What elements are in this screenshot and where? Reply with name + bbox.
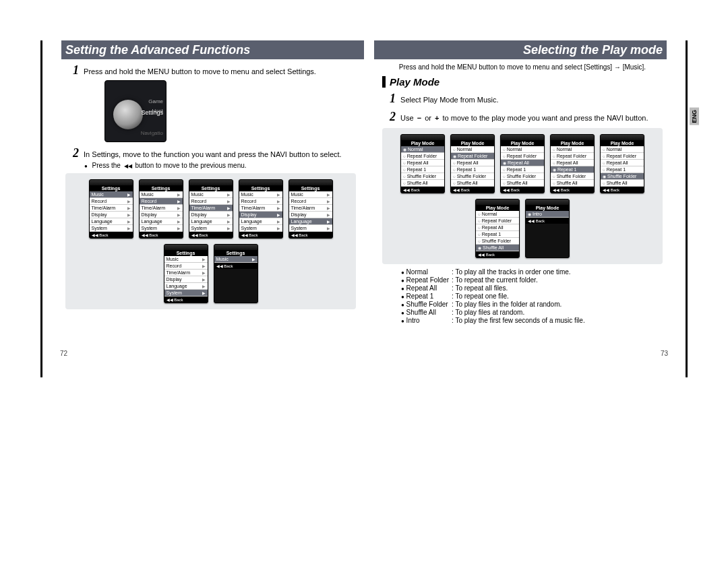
list-item: ○Normal	[551, 146, 594, 153]
list-item: Music▶	[239, 191, 282, 198]
device-screenshot: Play Mode◉Normal○Repeat Folder○Repeat Al…	[400, 134, 445, 193]
list-item: ○Shuffle All	[551, 180, 594, 187]
list-item: ○Shuffle All	[451, 180, 494, 187]
table-row: ● Repeat All: To repeat all files.	[401, 284, 588, 292]
list-item: Music▶	[164, 256, 208, 263]
list-item: Time/Alarm▶	[90, 205, 133, 212]
gear-icon	[113, 100, 143, 129]
device-main-screenshot: Game Host Settings Navigatio	[104, 80, 166, 142]
list-item: ◉Shuffle All	[476, 245, 519, 251]
device-screenshot: SettingsMusic▶Record▶Time/Alarm▶Display▶…	[189, 179, 233, 239]
list-item: System▶	[90, 225, 133, 232]
list-item: System▶	[239, 225, 282, 232]
list-item: ◉Repeat Folder	[451, 153, 494, 160]
list-item: ○Repeat All	[451, 160, 494, 166]
device-screenshot: Play Mode○Normal○Repeat Folder◉Repeat Al…	[500, 134, 545, 193]
list-item: ○Repeat All	[551, 160, 594, 166]
list-item: System▶	[289, 225, 332, 232]
table-row: ● Shuffle All: To play files at random.	[401, 309, 588, 317]
list-item: ○Shuffle Folder	[401, 173, 444, 180]
list-item: ○Repeat Folder	[551, 153, 594, 160]
device-screenshot: Play Mode○Normal○Repeat Folder○Repeat Al…	[600, 134, 644, 193]
device-screenshot: Play Mode○Normal○Repeat Folder○Repeat Al…	[475, 199, 520, 258]
list-item: ○Shuffle All	[601, 180, 644, 187]
right-intro: Press and hold the MENU button to move t…	[374, 63, 671, 71]
list-item: ◉Shuffle Folder	[601, 173, 644, 180]
right-step-2: 2 Use − or + to move to the play mode yo…	[386, 110, 671, 124]
list-item: Language▶	[189, 218, 233, 225]
device-screenshot: Play Mode◉Intro◀◀ Back	[525, 199, 570, 258]
list-item: System▶	[140, 225, 183, 232]
list-item: ○Shuffle Folder	[551, 173, 594, 180]
playmode-screenshots-grid: Play Mode◉Normal○Repeat Folder○Repeat Al…	[382, 128, 663, 264]
play-mode-heading: Play Mode	[382, 76, 671, 88]
list-item: Display▶	[289, 212, 332, 218]
list-item: ○Normal	[451, 146, 494, 153]
play-mode-legend: ● Normal: To play all the tracks in orde…	[401, 268, 588, 325]
list-item: ○Repeat Folder	[601, 153, 644, 160]
list-item: Display▶	[164, 276, 208, 283]
left-title: Setting the Advanced Functions	[57, 40, 364, 59]
list-item: Music▶	[289, 191, 332, 198]
list-item: ○Shuffle Folder	[451, 173, 494, 180]
step-number: 1	[69, 63, 79, 77]
step-2-text-a: Use	[400, 114, 414, 122]
rewind-icon: ◀◀	[124, 163, 132, 169]
left-step-1: 1 Press and hold the MENU button to move…	[69, 63, 364, 77]
list-item: ○Normal	[501, 146, 544, 153]
table-row: ● Repeat Folder: To repeat the current f…	[401, 276, 588, 284]
device-screenshot: SettingsMusic▶Record▶Time/Alarm▶Display▶…	[164, 244, 208, 303]
list-item: Music▶	[214, 256, 257, 263]
list-item: Record▶	[289, 198, 332, 205]
list-item: ○Shuffle Folder	[476, 238, 519, 245]
step-number: 2	[69, 146, 79, 160]
list-item: Display▶	[189, 212, 233, 218]
list-item: Record▶	[90, 198, 133, 205]
left-page: Setting the Advanced Functions 1 Press a…	[40, 40, 364, 377]
big-item: Game	[148, 97, 163, 106]
device-screenshot: SettingsMusic▶Record▶Time/Alarm▶Display▶…	[239, 179, 283, 239]
device-screenshot: Play Mode○Normal◉Repeat Folder○Repeat Al…	[450, 134, 495, 193]
list-item: Time/Alarm▶	[289, 205, 332, 212]
step-number: 1	[386, 92, 396, 106]
list-item: ○Repeat Folder	[476, 218, 519, 224]
step-2-text-c: to move to the play mode you want and pr…	[443, 114, 648, 122]
list-item: ○Repeat Folder	[501, 153, 544, 160]
list-item: System▶	[164, 290, 208, 296]
table-row: ● Intro: To play the first few seconds o…	[401, 317, 588, 325]
language-tab: ENG	[690, 108, 699, 125]
list-item: ○Normal	[601, 146, 644, 153]
list-item: Language▶	[140, 218, 183, 225]
list-item: ◉Intro	[526, 211, 569, 218]
list-item: Record▶	[140, 198, 183, 205]
list-item: Language▶	[90, 218, 133, 225]
device-screenshot: SettingsMusic▶◀◀ Back	[214, 244, 258, 303]
step-2-text-b: or	[425, 114, 431, 122]
list-item: Display▶	[90, 212, 133, 218]
list-item: ○Repeat All	[601, 160, 644, 166]
table-row: ● Normal: To play all the tracks in orde…	[401, 268, 588, 276]
left-note: Press the ◀◀ button to move to the previ…	[84, 162, 364, 169]
device-screenshot: SettingsMusic▶Record▶Time/Alarm▶Display▶…	[89, 179, 133, 239]
list-item: Music▶	[90, 191, 133, 198]
device-screenshot: SettingsMusic▶Record▶Time/Alarm▶Display▶…	[289, 179, 333, 239]
list-item: ○Repeat 1	[476, 231, 519, 238]
step-1-text: Press and hold the MENU button to move t…	[84, 67, 316, 75]
list-item: Record▶	[189, 198, 233, 205]
step-1-text: Select Play Mode from Music.	[400, 96, 499, 104]
table-row: ● Shuffle Folder: To play files in the f…	[401, 301, 588, 309]
list-item: Time/Alarm▶	[189, 205, 233, 212]
list-item: Music▶	[140, 191, 183, 198]
table-row: ● Repeat 1: To repeat one file.	[401, 292, 588, 301]
step-number: 2	[386, 110, 396, 124]
device-screenshot: SettingsMusic▶Record▶Time/Alarm▶Display▶…	[139, 179, 183, 239]
list-item: ○Normal	[476, 211, 519, 218]
list-item: Time/Alarm▶	[239, 205, 282, 212]
list-item: ○Shuffle All	[401, 180, 444, 187]
list-item: ◉Repeat All	[501, 160, 544, 166]
list-item: ○Shuffle All	[501, 180, 544, 187]
list-item: ○Shuffle Folder	[501, 173, 544, 180]
list-item: ○Repeat All	[401, 160, 444, 166]
list-item: ○Repeat 1	[501, 166, 544, 173]
list-item: Display▶	[239, 212, 282, 218]
